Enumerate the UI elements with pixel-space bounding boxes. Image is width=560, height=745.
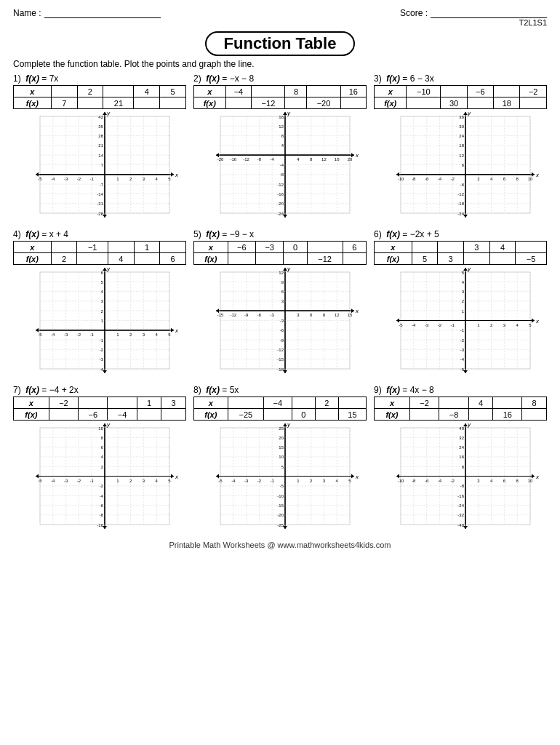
svg-text:y: y — [287, 422, 291, 428]
cell-4-1-4 — [134, 253, 160, 265]
cell-6-0-1 — [412, 242, 438, 253]
cell-6-0-0: x — [375, 242, 412, 253]
cell-3-1-5 — [520, 97, 547, 109]
svg-text:36: 36 — [459, 115, 464, 119]
cell-7-0-4: 1 — [137, 397, 161, 409]
svg-text:-8: -8 — [280, 172, 284, 177]
func-table-1: x245f(x)721 — [13, 85, 186, 109]
svg-text:-15: -15 — [217, 313, 224, 317]
cell-9-1-2: −8 — [439, 409, 468, 421]
svg-text:16: 16 — [279, 115, 284, 119]
svg-text:15: 15 — [279, 445, 284, 450]
cell-4-0-2: −1 — [77, 242, 108, 253]
svg-text:-5: -5 — [460, 367, 465, 372]
svg-text:-6: -6 — [425, 479, 429, 483]
svg-text:18: 18 — [459, 143, 464, 148]
func-table-6: x34f(x)53−5 — [374, 241, 547, 265]
cell-8-0-5 — [338, 397, 366, 409]
cell-6-1-4 — [489, 253, 516, 265]
cell-2-0-5: 16 — [340, 86, 366, 97]
svg-text:15: 15 — [348, 313, 353, 317]
graph-svg-7: yx108642-2-4-6-8-10-5-4-3-2-112345 — [13, 422, 186, 535]
cell-3-1-1 — [407, 97, 441, 109]
svg-text:-8: -8 — [412, 177, 416, 181]
svg-text:-28: -28 — [97, 212, 103, 216]
svg-text:y: y — [287, 111, 291, 116]
cell-4-0-3 — [108, 242, 135, 253]
svg-text:-6: -6 — [257, 313, 262, 317]
svg-text:21: 21 — [98, 143, 103, 148]
cell-5-1-1 — [228, 253, 255, 265]
svg-text:-2: -2 — [77, 177, 81, 181]
cell-6-0-5 — [516, 242, 547, 253]
svg-text:-16: -16 — [457, 494, 464, 498]
title-container: Function Table — [13, 31, 547, 56]
cell-4-1-2 — [77, 253, 108, 265]
cell-5-0-4 — [307, 242, 343, 253]
svg-text:-2: -2 — [451, 177, 455, 181]
svg-text:28: 28 — [98, 134, 103, 138]
cell-2-1-1 — [225, 97, 252, 109]
svg-text:12: 12 — [321, 157, 327, 162]
svg-text:5: 5 — [168, 479, 171, 483]
svg-text:-25: -25 — [277, 523, 284, 527]
svg-text:-18: -18 — [277, 367, 284, 372]
svg-text:-1: -1 — [90, 177, 95, 181]
svg-text:24: 24 — [459, 134, 464, 138]
svg-text:-24: -24 — [457, 212, 464, 216]
problem-label-3: 3) f(x) = 6 − 3x — [374, 73, 547, 84]
cell-5-0-3: 0 — [284, 242, 307, 253]
cell-4-0-4: 1 — [134, 242, 160, 253]
cell-9-1-3 — [468, 409, 493, 421]
cell-4-0-0: x — [14, 242, 52, 253]
svg-text:32: 32 — [459, 436, 464, 440]
svg-text:x: x — [535, 172, 540, 178]
page-title: Function Table — [205, 31, 356, 56]
svg-text:-2: -2 — [451, 479, 455, 483]
cell-8-1-2 — [264, 409, 292, 421]
score-id: T2L1S1 — [519, 18, 547, 27]
svg-text:-20: -20 — [217, 157, 224, 162]
cell-8-1-5: 15 — [338, 409, 366, 421]
cell-4-0-5 — [160, 242, 186, 253]
svg-text:10: 10 — [528, 177, 533, 181]
problem-label-7: 7) f(x) = −4 + 2x — [13, 385, 186, 395]
svg-text:35: 35 — [98, 124, 103, 129]
cell-1-1-0: f(x) — [14, 97, 52, 109]
cell-3-0-4 — [494, 86, 520, 97]
func-table-9: x−248f(x)−816 — [374, 397, 547, 421]
cell-7-0-2 — [79, 397, 108, 409]
svg-text:-2: -2 — [100, 348, 104, 352]
svg-text:-2: -2 — [257, 479, 262, 483]
svg-text:-40: -40 — [457, 523, 464, 527]
problem-5: 5) f(x) = −9 − xx−6−306f(x)−12yx12963-3-… — [193, 229, 367, 379]
svg-text:-4: -4 — [280, 163, 284, 167]
svg-text:5: 5 — [168, 332, 171, 337]
svg-text:-5: -5 — [399, 323, 403, 327]
cell-8-0-4: 2 — [315, 397, 338, 409]
cell-7-0-5: 3 — [161, 397, 186, 409]
svg-text:-5: -5 — [38, 479, 42, 483]
graph-svg-9: yx403224168-8-16-24-32-40-10-8-6-4-22468… — [374, 422, 547, 535]
problem-label-9: 9) f(x) = 4x − 8 — [374, 385, 547, 395]
cell-4-0-1 — [51, 242, 77, 253]
score-field: Score : — [400, 7, 547, 18]
cell-3-1-3 — [467, 97, 494, 109]
svg-text:-2: -2 — [438, 323, 442, 327]
cell-9-0-4 — [493, 397, 522, 409]
func-table-2: x−4816f(x)−12−20 — [193, 85, 367, 109]
svg-text:x: x — [535, 318, 540, 324]
svg-text:x: x — [175, 172, 179, 178]
cell-8-0-2: −4 — [264, 397, 292, 409]
svg-text:-1: -1 — [100, 338, 104, 343]
graph-svg-4: yx654321-1-2-3-4-5-4-3-2-112345 — [13, 266, 186, 379]
svg-text:-4: -4 — [51, 177, 55, 181]
cell-5-1-5 — [343, 253, 366, 265]
cell-3-1-4: 18 — [494, 97, 520, 109]
cell-7-1-0: f(x) — [14, 409, 49, 421]
svg-text:-1: -1 — [90, 479, 95, 483]
svg-text:-15: -15 — [277, 357, 284, 362]
svg-text:y: y — [467, 111, 471, 116]
cell-8-0-1 — [228, 397, 263, 409]
svg-text:42: 42 — [98, 115, 103, 119]
